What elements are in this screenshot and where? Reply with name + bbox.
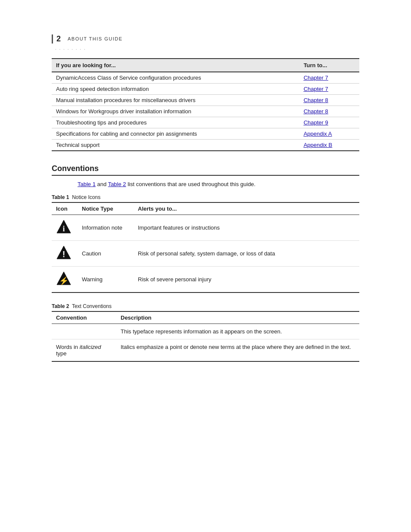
nav-row-description: Troubleshooting tips and procedures [52,117,299,128]
conventions-title: Conventions [52,164,359,176]
nav-row-link-cell: Appendix B [299,140,359,151]
svg-text:⚡: ⚡ [59,276,69,286]
notice-alert-cell: Risk of personal safety, system damage, … [134,241,359,267]
notice-alert-cell: Risk of severe personal injury [134,267,359,293]
table1-link[interactable]: Table 1 [78,181,96,187]
notice-icon-cell: i [52,215,78,241]
notice-icon-cell: ! [52,241,78,267]
notice-table-row: ⚡ WarningRisk of severe personal injury [52,267,359,293]
nav-table-row: Troubleshooting tips and proceduresChapt… [52,117,359,128]
nav-row-description: Technical support [52,140,299,151]
text-col-desc: Description [116,311,359,324]
nav-row-description: Manual installation procedures for misce… [52,95,299,106]
notice-type-cell: Warning [78,267,134,293]
nav-row-link-cell: Chapter 8 [299,95,359,106]
table2-link[interactable]: Table 2 [108,181,126,187]
page-container: 2 About This Guide · · · · · · · · If yo… [0,0,411,532]
nav-table-row: Auto ring speed detection informationCha… [52,84,359,95]
notice-type-cell: Information note [78,215,134,241]
nav-chapter-link[interactable]: Appendix B [304,142,333,148]
nav-chapter-link[interactable]: Chapter 7 [304,75,328,81]
nav-table-row: Manual installation procedures for misce… [52,95,359,106]
text-conv-row: This typeface represents information as … [52,324,359,339]
nav-table-row: Technical supportAppendix B [52,140,359,151]
conventions-section: Conventions Table 1 and Table 2 list con… [52,164,359,362]
svg-text:!: ! [62,249,65,259]
convention-desc-cell: Italics emphasize a point or denote new … [116,339,359,362]
nav-chapter-link[interactable]: Chapter 8 [304,97,328,103]
notice-col-icon: Icon [52,202,78,215]
convention-desc-cell: This typeface represents information as … [116,324,359,339]
notice-col-alert: Alerts you to... [134,202,359,215]
nav-col1-header: If you are looking for... [52,59,299,72]
conventions-intro: Table 1 and Table 2 list conventions tha… [52,181,359,187]
page-title: About This Guide [68,36,123,41]
nav-row-description: Auto ring speed detection information [52,84,299,95]
page-number: 2 [56,34,61,44]
nav-row-link-cell: Chapter 9 [299,117,359,128]
text-col-convention: Convention [52,311,116,324]
nav-table-header-row: If you are looking for... Turn to... [52,59,359,72]
table2-label: Table 2 Text Conventions [52,303,359,309]
table1-label: Table 1 Notice Icons [52,194,359,200]
navigation-table: If you are looking for... Turn to... Dyn… [52,58,359,151]
nav-chapter-link[interactable]: Appendix A [304,131,332,137]
svg-text:i: i [62,224,65,233]
nav-table-row: Specifications for cabling and connector… [52,128,359,140]
text-conv-header: Convention Description [52,311,359,324]
nav-table-row: Windows for Workgroups driver installati… [52,106,359,117]
nav-row-link-cell: Chapter 7 [299,72,359,84]
text-conv-row: Words in italicized typeItalics emphasiz… [52,339,359,362]
nav-chapter-link[interactable]: Chapter 8 [304,108,328,115]
notice-icon-cell: ⚡ [52,267,78,293]
notice-icons-table: Icon Notice Type Alerts you to... i Info… [52,202,359,293]
notice-table-row: ! CautionRisk of personal safety, system… [52,241,359,267]
nav-row-link-cell: Appendix A [299,128,359,140]
nav-row-link-cell: Chapter 7 [299,84,359,95]
dotted-decoration: · · · · · · · · [52,47,359,52]
notice-alert-cell: Important features or instructions [134,215,359,241]
notice-table-header: Icon Notice Type Alerts you to... [52,202,359,215]
notice-table-row: i Information noteImportant features or … [52,215,359,241]
nav-row-link-cell: Chapter 8 [299,106,359,117]
nav-row-description: DynamicAccess Class of Service configura… [52,72,299,84]
text-conventions-table: Convention Description This typeface rep… [52,311,359,362]
nav-row-description: Specifications for cabling and connector… [52,128,299,140]
convention-cell: Words in italicized type [52,339,116,362]
convention-cell [52,324,116,339]
nav-col2-header: Turn to... [299,59,359,72]
nav-chapter-link[interactable]: Chapter 9 [304,119,328,126]
notice-type-cell: Caution [78,241,134,267]
notice-col-type: Notice Type [78,202,134,215]
nav-row-description: Windows for Workgroups driver installati… [52,106,299,117]
nav-chapter-link[interactable]: Chapter 7 [304,86,328,92]
nav-table-row: DynamicAccess Class of Service configura… [52,72,359,84]
page-header: 2 About This Guide [52,34,359,44]
